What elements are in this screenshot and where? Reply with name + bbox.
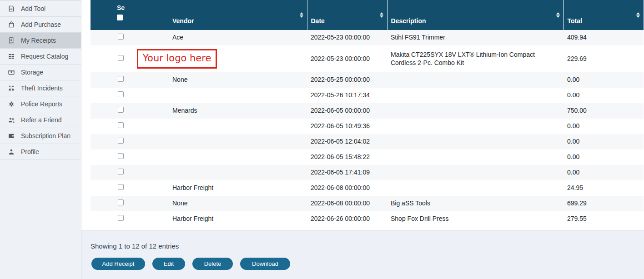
catalog-list-icon xyxy=(8,53,15,60)
date-cell: 2022-05-26 10:17:34 xyxy=(307,88,387,103)
row-checkbox[interactable] xyxy=(118,153,124,159)
vendor-logo-placeholder: Your logo here xyxy=(137,49,217,69)
note-icon xyxy=(8,5,15,12)
sidebar-item-subscription-plan[interactable]: Subscription Plan xyxy=(0,128,81,144)
row-checkbox[interactable] xyxy=(118,76,124,82)
main-content: Select Vendor Date Description xyxy=(81,0,644,279)
row-checkbox[interactable] xyxy=(118,169,124,174)
sidebar-item-request-catalog[interactable]: Request Catalog xyxy=(0,49,81,65)
table-row: 2022-06-05 15:48:22 0.00 xyxy=(91,149,644,165)
description-cell xyxy=(387,103,564,119)
sort-icon[interactable] xyxy=(380,12,383,18)
sort-icon[interactable] xyxy=(556,12,560,18)
vendor-cell xyxy=(125,165,307,180)
edit-button[interactable]: Edit xyxy=(152,258,185,270)
table-header: Select Vendor Date Description xyxy=(91,0,644,30)
select-cell xyxy=(91,103,125,119)
description-cell: Big aSS Tools xyxy=(387,196,564,211)
select-cell xyxy=(91,119,125,134)
row-checkbox[interactable] xyxy=(118,34,124,40)
sidebar-item-police-reports[interactable]: Police Reports xyxy=(0,96,81,112)
row-checkbox[interactable] xyxy=(118,107,124,113)
sidebar-item-refer-a-friend[interactable]: Refer a Friend xyxy=(0,112,81,128)
row-checkbox[interactable] xyxy=(118,215,124,221)
sidebar-item-label: Add Tool xyxy=(21,5,45,12)
description-cell xyxy=(387,180,564,196)
sidebar-item-theft-incidents[interactable]: Theft Incidents xyxy=(0,80,81,96)
sidebar-item-add-tool[interactable]: Add Tool xyxy=(0,1,81,17)
table-row: Menards 2022-06-05 00:00:00 750.00 xyxy=(91,103,644,119)
description-cell: Makita CT225SYX 18V LXT® Lithium-Ion Com… xyxy=(387,45,564,72)
table-row: 2022-05-26 10:17:34 0.00 xyxy=(91,88,644,103)
vendor-cell: Menards xyxy=(125,103,307,119)
description-cell xyxy=(387,119,564,134)
showing-entries-text: Showing 1 to 12 of 12 entries xyxy=(91,242,644,250)
theft-people-icon xyxy=(8,85,15,92)
description-cell xyxy=(387,72,564,88)
receipt-icon xyxy=(8,37,15,44)
date-column-header[interactable]: Date xyxy=(307,0,387,30)
vendor-cell xyxy=(125,149,307,165)
date-cell: 2022-06-08 00:00:00 xyxy=(307,196,387,211)
total-cell: 0.00 xyxy=(564,88,644,103)
description-cell: Shop Fox Drill Press xyxy=(387,211,564,227)
total-cell: 699.29 xyxy=(564,196,644,211)
vendor-cell xyxy=(125,134,307,149)
table-row: None 2022-06-08 00:00:00 Big aSS Tools 6… xyxy=(91,196,644,211)
vendor-cell: Your logo here xyxy=(125,45,307,72)
row-checkbox[interactable] xyxy=(118,91,124,97)
sidebar-item-label: Add Purchase xyxy=(21,21,61,28)
total-cell: 0.00 xyxy=(564,134,644,149)
delete-button[interactable]: Delete xyxy=(192,258,233,270)
date-cell: 2022-06-05 10:49:36 xyxy=(307,119,387,134)
vendor-cell: None xyxy=(125,196,307,211)
row-checkbox[interactable] xyxy=(118,184,124,190)
sidebar-item-storage[interactable]: Storage xyxy=(0,65,81,80)
total-column-header[interactable]: Total xyxy=(564,0,644,30)
select-header-label: Select xyxy=(117,4,125,11)
app-root: Add Tool Add Purchase My Receipts Reques… xyxy=(0,0,644,279)
wallet-icon xyxy=(8,132,15,140)
sidebar-item-label: My Receipts xyxy=(21,37,56,44)
sidebar-item-label: Profile xyxy=(21,148,39,155)
table-row: None 2022-05-25 00:00:00 0.00 xyxy=(91,72,644,88)
select-cell xyxy=(91,134,125,149)
select-all-checkbox[interactable] xyxy=(117,15,123,20)
sort-icon[interactable] xyxy=(300,12,303,18)
date-cell: 2022-05-23 00:00:00 xyxy=(307,30,387,45)
total-cell: 24.95 xyxy=(564,180,644,196)
sidebar-item-my-receipts[interactable]: My Receipts xyxy=(0,33,81,49)
description-cell xyxy=(387,88,564,103)
row-checkbox[interactable] xyxy=(118,122,124,128)
description-header-label: Description xyxy=(391,17,426,25)
table-row: 2022-06-05 12:04:02 0.00 xyxy=(91,134,644,149)
sidebar-item-add-purchase[interactable]: Add Purchase xyxy=(0,17,81,33)
vendor-cell: Ace xyxy=(125,30,307,45)
receipts-table: Select Vendor Date Description xyxy=(91,0,644,227)
description-cell xyxy=(387,149,564,165)
description-cell xyxy=(387,165,564,180)
vendor-column-header[interactable]: Vendor xyxy=(125,0,307,30)
download-button[interactable]: Download xyxy=(240,258,290,270)
date-cell: 2022-06-05 12:04:02 xyxy=(307,134,387,149)
row-checkbox[interactable] xyxy=(118,199,124,205)
sort-icon[interactable] xyxy=(636,12,640,18)
total-cell: 229.69 xyxy=(564,45,644,72)
vendor-cell xyxy=(125,88,307,103)
shopping-bag-icon xyxy=(8,21,15,28)
sidebar-item-profile[interactable]: Profile xyxy=(0,144,81,160)
add-receipt-button[interactable]: Add Receipt xyxy=(91,258,145,270)
table-row: Harbor Freight 2022-06-26 00:00:00 Shop … xyxy=(91,211,644,227)
table-row: 2022-06-05 10:49:36 0.00 xyxy=(91,119,644,134)
select-cell xyxy=(91,72,125,88)
sidebar: Add Tool Add Purchase My Receipts Reques… xyxy=(0,0,81,279)
vendor-header-label: Vendor xyxy=(172,17,194,25)
date-cell: 2022-05-25 00:00:00 xyxy=(307,72,387,88)
table-row: Ace 2022-05-23 00:00:00 Stihl FS91 Trimm… xyxy=(91,30,644,45)
select-cell xyxy=(91,211,125,227)
date-cell: 2022-06-05 17:41:09 xyxy=(307,165,387,180)
total-cell: 279.55 xyxy=(564,211,644,227)
description-column-header[interactable]: Description xyxy=(387,0,564,30)
row-checkbox[interactable] xyxy=(118,138,124,144)
row-checkbox[interactable] xyxy=(118,55,124,61)
